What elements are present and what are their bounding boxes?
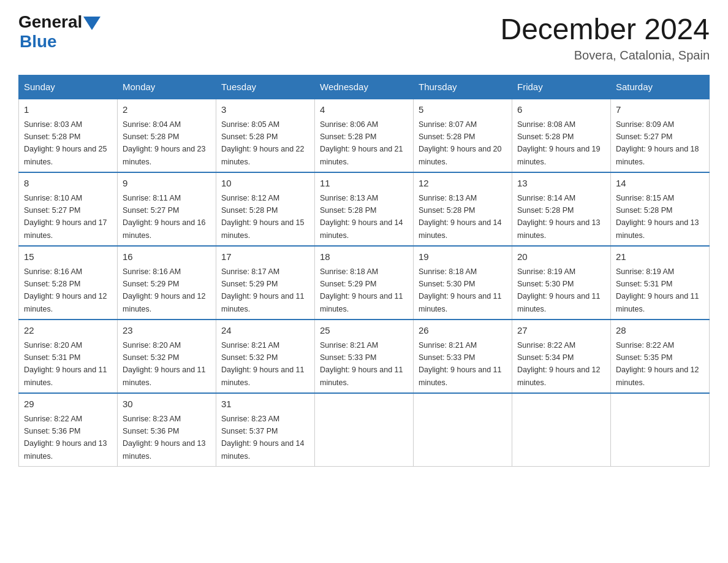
day-number: 11 [320, 177, 408, 191]
day-info: Sunrise: 8:23 AMSunset: 5:36 PMDaylight:… [123, 415, 206, 461]
day-number: 22 [24, 324, 112, 338]
day-info: Sunrise: 8:13 AMSunset: 5:28 PMDaylight:… [419, 194, 502, 240]
day-number: 23 [123, 324, 211, 338]
day-number: 29 [24, 397, 112, 412]
day-number: 1 [24, 103, 112, 117]
day-number: 8 [24, 177, 112, 191]
day-number: 19 [419, 250, 507, 264]
day-info: Sunrise: 8:12 AMSunset: 5:28 PMDaylight:… [221, 194, 305, 240]
day-cell-16: 16Sunrise: 8:16 AMSunset: 5:29 PMDayligh… [118, 246, 216, 320]
day-cell-3: 3Sunrise: 8:05 AMSunset: 5:28 PMDaylight… [216, 99, 315, 172]
column-header-saturday: Saturday [611, 75, 710, 99]
day-cell-24: 24Sunrise: 8:21 AMSunset: 5:32 PMDayligh… [216, 320, 315, 393]
day-number: 16 [123, 250, 211, 264]
logo: General Blue [18, 12, 100, 52]
day-info: Sunrise: 8:06 AMSunset: 5:28 PMDaylight:… [320, 120, 403, 166]
day-info: Sunrise: 8:05 AMSunset: 5:28 PMDaylight:… [221, 120, 305, 166]
day-number: 17 [221, 250, 309, 264]
column-header-tuesday: Tuesday [216, 75, 315, 99]
day-info: Sunrise: 8:21 AMSunset: 5:33 PMDaylight:… [419, 341, 502, 387]
day-cell-20: 20Sunrise: 8:19 AMSunset: 5:30 PMDayligh… [512, 246, 611, 320]
day-number: 15 [24, 250, 112, 264]
day-cell-25: 25Sunrise: 8:21 AMSunset: 5:33 PMDayligh… [315, 320, 414, 393]
day-info: Sunrise: 8:14 AMSunset: 5:28 PMDaylight:… [517, 194, 601, 240]
day-cell-2: 2Sunrise: 8:04 AMSunset: 5:28 PMDaylight… [118, 99, 216, 172]
empty-cell [315, 393, 414, 467]
day-number: 10 [221, 177, 309, 191]
day-cell-29: 29Sunrise: 8:22 AMSunset: 5:36 PMDayligh… [19, 393, 118, 467]
day-info: Sunrise: 8:22 AMSunset: 5:35 PMDaylight:… [616, 341, 699, 387]
day-cell-8: 8Sunrise: 8:10 AMSunset: 5:27 PMDaylight… [19, 172, 118, 246]
day-info: Sunrise: 8:16 AMSunset: 5:28 PMDaylight:… [24, 267, 107, 313]
day-number: 25 [320, 324, 408, 338]
day-number: 18 [320, 250, 408, 264]
day-number: 4 [320, 103, 408, 117]
column-header-sunday: Sunday [19, 75, 118, 99]
day-number: 20 [517, 250, 605, 264]
day-cell-15: 15Sunrise: 8:16 AMSunset: 5:28 PMDayligh… [19, 246, 118, 320]
day-number: 7 [616, 103, 704, 117]
day-info: Sunrise: 8:22 AMSunset: 5:36 PMDaylight:… [24, 415, 107, 461]
logo-arrow-icon [83, 17, 100, 30]
column-header-thursday: Thursday [414, 75, 512, 99]
day-cell-21: 21Sunrise: 8:19 AMSunset: 5:31 PMDayligh… [611, 246, 710, 320]
day-number: 6 [517, 103, 605, 117]
column-header-monday: Monday [118, 75, 216, 99]
day-number: 26 [419, 324, 507, 338]
day-info: Sunrise: 8:16 AMSunset: 5:29 PMDaylight:… [123, 267, 206, 313]
day-info: Sunrise: 8:18 AMSunset: 5:29 PMDaylight:… [320, 267, 403, 313]
day-number: 30 [123, 397, 211, 412]
calendar-table: SundayMondayTuesdayWednesdayThursdayFrid… [18, 75, 710, 467]
day-cell-9: 9Sunrise: 8:11 AMSunset: 5:27 PMDaylight… [118, 172, 216, 246]
day-info: Sunrise: 8:19 AMSunset: 5:30 PMDaylight:… [517, 267, 601, 313]
day-cell-7: 7Sunrise: 8:09 AMSunset: 5:27 PMDaylight… [611, 99, 710, 172]
day-cell-12: 12Sunrise: 8:13 AMSunset: 5:28 PMDayligh… [414, 172, 512, 246]
logo-blue-text: Blue [20, 32, 57, 52]
day-info: Sunrise: 8:21 AMSunset: 5:33 PMDaylight:… [320, 341, 403, 387]
day-info: Sunrise: 8:07 AMSunset: 5:28 PMDaylight:… [419, 120, 502, 166]
week-row-3: 15Sunrise: 8:16 AMSunset: 5:28 PMDayligh… [19, 246, 710, 320]
day-number: 2 [123, 103, 211, 117]
day-cell-10: 10Sunrise: 8:12 AMSunset: 5:28 PMDayligh… [216, 172, 315, 246]
day-number: 14 [616, 177, 704, 191]
day-cell-30: 30Sunrise: 8:23 AMSunset: 5:36 PMDayligh… [118, 393, 216, 467]
day-cell-23: 23Sunrise: 8:20 AMSunset: 5:32 PMDayligh… [118, 320, 216, 393]
day-info: Sunrise: 8:03 AMSunset: 5:28 PMDaylight:… [24, 120, 107, 166]
day-info: Sunrise: 8:23 AMSunset: 5:37 PMDaylight:… [221, 415, 305, 461]
day-info: Sunrise: 8:15 AMSunset: 5:28 PMDaylight:… [616, 194, 699, 240]
day-info: Sunrise: 8:13 AMSunset: 5:28 PMDaylight:… [320, 194, 403, 240]
day-number: 5 [419, 103, 507, 117]
day-cell-6: 6Sunrise: 8:08 AMSunset: 5:28 PMDaylight… [512, 99, 611, 172]
day-info: Sunrise: 8:20 AMSunset: 5:32 PMDaylight:… [123, 341, 206, 387]
day-cell-1: 1Sunrise: 8:03 AMSunset: 5:28 PMDaylight… [19, 99, 118, 172]
day-info: Sunrise: 8:04 AMSunset: 5:28 PMDaylight:… [123, 120, 206, 166]
logo-general-text: General [18, 12, 82, 32]
day-number: 3 [221, 103, 309, 117]
day-cell-19: 19Sunrise: 8:18 AMSunset: 5:30 PMDayligh… [414, 246, 512, 320]
location-title: Bovera, Catalonia, Spain [500, 48, 710, 63]
day-number: 31 [221, 397, 309, 412]
day-number: 12 [419, 177, 507, 191]
day-info: Sunrise: 8:08 AMSunset: 5:28 PMDaylight:… [517, 120, 601, 166]
month-title: December 2024 [500, 12, 710, 46]
empty-cell [611, 393, 710, 467]
day-cell-18: 18Sunrise: 8:18 AMSunset: 5:29 PMDayligh… [315, 246, 414, 320]
day-info: Sunrise: 8:11 AMSunset: 5:27 PMDaylight:… [123, 194, 206, 240]
day-cell-26: 26Sunrise: 8:21 AMSunset: 5:33 PMDayligh… [414, 320, 512, 393]
day-cell-22: 22Sunrise: 8:20 AMSunset: 5:31 PMDayligh… [19, 320, 118, 393]
day-number: 28 [616, 324, 704, 338]
day-cell-11: 11Sunrise: 8:13 AMSunset: 5:28 PMDayligh… [315, 172, 414, 246]
day-info: Sunrise: 8:18 AMSunset: 5:30 PMDaylight:… [419, 267, 502, 313]
day-info: Sunrise: 8:19 AMSunset: 5:31 PMDaylight:… [616, 267, 699, 313]
week-row-4: 22Sunrise: 8:20 AMSunset: 5:31 PMDayligh… [19, 320, 710, 393]
empty-cell [414, 393, 512, 467]
day-cell-13: 13Sunrise: 8:14 AMSunset: 5:28 PMDayligh… [512, 172, 611, 246]
day-info: Sunrise: 8:09 AMSunset: 5:27 PMDaylight:… [616, 120, 699, 166]
day-cell-27: 27Sunrise: 8:22 AMSunset: 5:34 PMDayligh… [512, 320, 611, 393]
day-cell-28: 28Sunrise: 8:22 AMSunset: 5:35 PMDayligh… [611, 320, 710, 393]
column-header-friday: Friday [512, 75, 611, 99]
day-cell-14: 14Sunrise: 8:15 AMSunset: 5:28 PMDayligh… [611, 172, 710, 246]
day-info: Sunrise: 8:20 AMSunset: 5:31 PMDaylight:… [24, 341, 107, 387]
week-row-5: 29Sunrise: 8:22 AMSunset: 5:36 PMDayligh… [19, 393, 710, 467]
week-row-1: 1Sunrise: 8:03 AMSunset: 5:28 PMDaylight… [19, 99, 710, 172]
